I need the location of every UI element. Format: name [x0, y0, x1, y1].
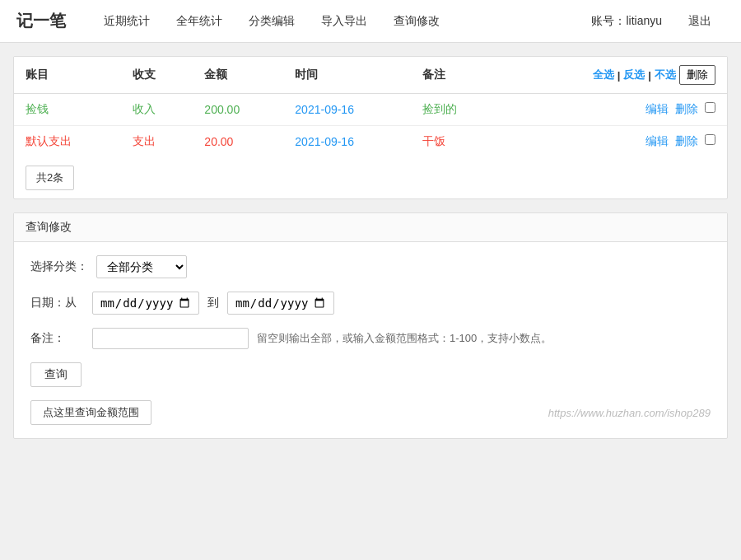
query-section-title: 查询修改 — [14, 213, 727, 242]
nav-import-export[interactable]: 导入导出 — [308, 0, 380, 43]
col-header-actions: 全选 | 反选 | 不选 删除 — [501, 57, 727, 94]
row2-delete-link[interactable]: 删除 — [675, 134, 698, 147]
divider1: | — [618, 69, 621, 82]
select-none-link[interactable]: 不选 — [655, 68, 676, 82]
row2-account: 默认支出 — [14, 126, 121, 158]
row1-checkbox[interactable] — [705, 102, 715, 113]
row2-type-text: 支出 — [133, 134, 156, 147]
date-from-input[interactable] — [92, 292, 199, 315]
table-row: 捡钱 收入 200.00 2021-09-16 捡到的 编辑 — [14, 94, 727, 126]
record-count-button[interactable]: 共2条 — [26, 166, 74, 190]
nav-account[interactable]: 账号：litianyu — [578, 0, 675, 43]
row1-date: 2021-09-16 — [283, 94, 411, 126]
nav-logout[interactable]: 退出 — [675, 0, 725, 43]
app-logo: 记一笔 — [16, 10, 66, 32]
category-select[interactable]: 全部分类 收入 支出 — [96, 255, 187, 278]
row2-checkbox[interactable] — [705, 134, 715, 145]
col-header-remark: 备注 — [411, 57, 501, 94]
row1-remark: 捡到的 — [411, 94, 501, 126]
main-content: 账目 收支 金额 时间 备注 全选 | 反选 | 不选 删除 — [0, 43, 741, 465]
row1-amount: 200.00 — [193, 94, 283, 126]
col-header-account: 账目 — [14, 57, 121, 94]
date-row: 日期：从 到 — [30, 292, 711, 315]
row2-date-text: 2021-09-16 — [295, 135, 354, 148]
row2-remark: 干饭 — [411, 126, 501, 158]
nav-annual-stats[interactable]: 全年统计 — [163, 0, 235, 43]
date-to-input[interactable] — [227, 292, 334, 315]
row2-type: 支出 — [121, 126, 193, 158]
row1-type: 收入 — [121, 94, 193, 126]
row2-account-text: 默认支出 — [26, 134, 72, 147]
row2-remark-text: 干饭 — [422, 134, 445, 147]
category-label: 选择分类： — [30, 259, 88, 274]
row1-actions: 编辑 删除 — [501, 94, 727, 126]
batch-delete-button[interactable]: 删除 — [679, 65, 715, 85]
query-section: 查询修改 选择分类： 全部分类 收入 支出 日期：从 到 备注： — [13, 212, 728, 439]
date-to-separator: 到 — [207, 296, 219, 310]
select-all-link[interactable]: 全选 — [593, 68, 614, 82]
row2-actions: 编辑 删除 — [501, 126, 727, 158]
row1-delete-link[interactable]: 删除 — [675, 102, 698, 115]
remark-label: 备注： — [30, 331, 84, 346]
header: 记一笔 近期统计 全年统计 分类编辑 导入导出 查询修改 账号：litianyu… — [0, 0, 741, 43]
nav-query-modify[interactable]: 查询修改 — [380, 0, 453, 43]
row1-date-text: 2021-09-16 — [295, 103, 354, 116]
remark-input[interactable] — [92, 328, 249, 349]
row1-remark-text: 捡到的 — [422, 102, 457, 115]
row1-account: 捡钱 — [14, 94, 121, 126]
row2-amount: 20.00 — [193, 126, 283, 158]
row1-amount-text: 200.00 — [204, 103, 240, 116]
query-body: 选择分类： 全部分类 收入 支出 日期：从 到 备注： 留空则输出全部，或输入金… — [14, 242, 727, 438]
table-row: 默认支出 支出 20.00 2021-09-16 干饭 编辑 — [14, 126, 727, 158]
record-count-bar: 共2条 — [14, 157, 727, 198]
remark-hint: 留空则输出全部，或输入金额范围格式：1-100，支持小数点。 — [257, 331, 552, 346]
nav-category-edit[interactable]: 分类编辑 — [235, 0, 308, 43]
remark-row: 备注： 留空则输出全部，或输入金额范围格式：1-100，支持小数点。 — [30, 328, 711, 349]
amount-query-button[interactable]: 点这里查询金额范围 — [30, 400, 151, 425]
row1-edit-link[interactable]: 编辑 — [645, 102, 669, 115]
row1-type-text: 收入 — [133, 102, 156, 115]
data-table-card: 账目 收支 金额 时间 备注 全选 | 反选 | 不选 删除 — [13, 56, 728, 199]
col-header-amount: 金额 — [193, 57, 283, 94]
col-header-date: 时间 — [283, 57, 411, 94]
nav-recent-stats[interactable]: 近期统计 — [91, 0, 163, 43]
row2-date: 2021-09-16 — [283, 126, 411, 158]
category-row: 选择分类： 全部分类 收入 支出 — [30, 255, 711, 278]
records-table: 账目 收支 金额 时间 备注 全选 | 反选 | 不选 删除 — [14, 57, 727, 157]
query-button[interactable]: 查询 — [30, 362, 82, 387]
divider2: | — [648, 69, 651, 82]
row2-edit-link[interactable]: 编辑 — [645, 134, 669, 147]
watermark-text: https://www.huzhan.com/ishop289 — [548, 407, 711, 419]
date-label: 日期：从 — [30, 296, 84, 310]
select-inverse-link[interactable]: 反选 — [623, 68, 645, 82]
row2-amount-text: 20.00 — [204, 135, 233, 148]
row1-account-text: 捡钱 — [26, 102, 49, 115]
query-button-row: 查询 — [30, 362, 711, 387]
col-header-type: 收支 — [121, 57, 193, 94]
query-footer: 点这里查询金额范围 https://www.huzhan.com/ishop28… — [30, 400, 711, 425]
